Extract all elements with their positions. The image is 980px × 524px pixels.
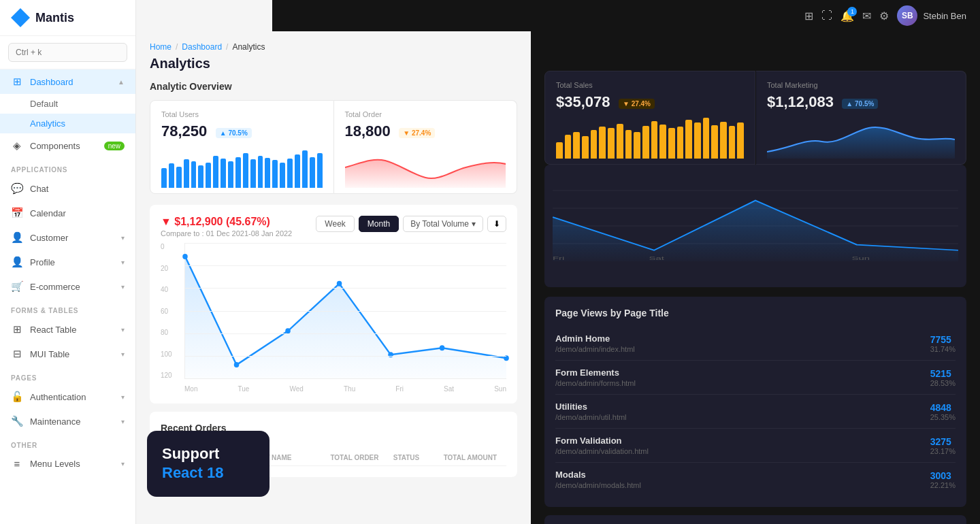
pv-url: /demo/admin/validation.html — [555, 447, 930, 455]
topbar: ⊞ ⛶ 🔔 1 ✉ ⚙ SB Stebin Ben — [272, 0, 980, 31]
pv-pct: 28.53% — [930, 379, 956, 387]
profile-icon: 👤 — [11, 256, 23, 268]
page-views-section: Page Views by Page Title Admin Home /dem… — [544, 297, 966, 507]
bar — [235, 157, 241, 188]
dark-panel: Total Sales $35,078 ▼ 27.4% — [531, 0, 980, 524]
svg-text:Sat: Sat — [649, 255, 665, 261]
bar — [617, 124, 623, 159]
sidebar-item-react-table[interactable]: ⊞ React Table ▾ — [0, 317, 135, 342]
sidebar-item-mui-table[interactable]: ⊟ MUI Table ▾ — [0, 342, 135, 366]
breadcrumb-home[interactable]: Home — [150, 42, 172, 52]
fullscreen-icon[interactable]: ⛶ — [821, 10, 832, 22]
support-popup[interactable]: Support React 18 — [147, 431, 270, 497]
bar — [272, 160, 278, 188]
pv-info: Utilities /demo/admin/util.html — [555, 402, 930, 421]
support-text: Support React 18 — [162, 444, 255, 483]
area-chart-svg — [345, 147, 506, 188]
download-btn[interactable]: ⬇ — [487, 216, 506, 232]
pv-pct: 31.74% — [930, 345, 956, 353]
breadcrumb-current: Analytics — [232, 42, 265, 52]
pv-info: Admin Home /demo/admin/index.html — [555, 333, 930, 353]
mail-icon[interactable]: ✉ — [862, 10, 871, 22]
month-btn[interactable]: Month — [359, 216, 399, 232]
card-label: Total Sales — [556, 81, 744, 89]
sidebar-logo[interactable]: Mantis — [0, 0, 135, 36]
pv-url: /demo/admin/modals.html — [555, 481, 930, 489]
ecommerce-icon: 🛒 — [11, 280, 23, 293]
bar — [280, 163, 285, 188]
sidebar-item-dashboard[interactable]: ⊞ Dashboard ▲ — [0, 69, 135, 94]
logo-text: Mantis — [35, 11, 74, 25]
section-label-applications: Applications — [0, 158, 135, 176]
bar — [737, 122, 744, 159]
pv-stats: 4848 25.35% — [930, 402, 956, 421]
bar — [302, 150, 308, 188]
bar — [295, 154, 300, 188]
sidebar-item-authentication[interactable]: 🔓 Authentication ▾ — [0, 384, 135, 409]
sidebar-item-customer[interactable]: 👤 Customer ▾ — [0, 225, 135, 250]
bar — [565, 135, 572, 159]
sidebar-item-menu-levels[interactable]: ≡ Menu Levels ▾ — [0, 452, 135, 476]
sidebar-item-chat[interactable]: 💬 Chat — [0, 176, 135, 201]
sidebar-item-label: E-commerce — [30, 282, 80, 292]
bar — [317, 153, 323, 188]
table-icon: ⊞ — [11, 323, 23, 335]
apps-icon[interactable]: ⊞ — [804, 10, 813, 22]
bar — [310, 157, 315, 188]
pv-stats: 3003 22.21% — [930, 470, 956, 489]
dashboard-icon: ⊞ — [11, 76, 23, 88]
sidebar-item-maintenance[interactable]: 🔧 Maintenance ▾ — [0, 409, 135, 433]
sidebar-item-default[interactable]: Default — [0, 94, 135, 114]
pv-info: Modals /demo/admin/modals.html — [555, 470, 930, 489]
chart-y-labels: 120 100 80 60 40 20 0 — [161, 243, 181, 379]
calendar-icon: 📅 — [11, 207, 23, 219]
card-value-row: 78,250 ▲ 70.5% — [161, 122, 323, 140]
sidebar-item-components[interactable]: ◈ Components new — [0, 133, 135, 158]
bar — [243, 153, 248, 188]
dark-income-chart: Fri Sat Sun — [544, 165, 966, 287]
bar — [213, 156, 218, 188]
notification-icon[interactable]: 🔔 1 — [840, 10, 854, 22]
income-info: ▼ $1,12,900 (45.67%) Compare to : 01 Dec… — [161, 216, 292, 238]
card-label: Total Marketing — [767, 81, 955, 89]
auth-icon: 🔓 — [11, 391, 23, 403]
income-controls: Week Month By Total Volume ▾ ⬇ — [316, 216, 506, 232]
dark-income-svg: Fri Sat Sun — [553, 173, 958, 261]
week-btn[interactable]: Week — [316, 216, 354, 232]
bar — [642, 126, 649, 159]
income-chart: 120 100 80 60 40 20 0 — [161, 243, 506, 393]
bar-chart-users — [161, 147, 323, 188]
breadcrumb-dashboard[interactable]: Dashboard — [182, 42, 222, 52]
volume-select[interactable]: By Total Volume ▾ — [403, 216, 483, 232]
chevron-down-icon: ▾ — [472, 219, 476, 229]
sidebar-item-label: Components — [30, 141, 80, 151]
card-total-marketing: Total Marketing $1,12,083 ▲ 70.5% — [755, 71, 966, 165]
col-total-order: TOTAL ORDER — [330, 454, 393, 461]
sidebar-item-label: Profile — [30, 257, 55, 267]
bar — [608, 128, 615, 159]
bar — [250, 159, 256, 188]
user-avatar[interactable]: SB Stebin Ben — [897, 5, 966, 26]
username-label: Stebin Ben — [923, 11, 966, 21]
bar — [668, 128, 675, 159]
sidebar-item-profile[interactable]: 👤 Profile ▾ — [0, 250, 135, 274]
card-total-sales: Total Sales $35,078 ▼ 27.4% — [544, 71, 755, 165]
bar — [711, 125, 718, 159]
bar-chart-sales — [556, 118, 744, 159]
bar — [651, 121, 658, 159]
chevron-down-icon2: ▾ — [121, 259, 125, 266]
card-value-row: $35,078 ▼ 27.4% — [556, 93, 744, 111]
sidebar-item-label: Chat — [30, 184, 48, 194]
card-value: 78,250 — [161, 122, 207, 140]
card-value: $35,078 — [556, 93, 610, 110]
sidebar-item-analytics[interactable]: Analytics — [0, 114, 135, 133]
bar — [220, 159, 226, 188]
income-compare: Compare to : 01 Dec 2021-08 Jan 2022 — [161, 229, 292, 238]
chevron-down-icon: ▾ — [121, 234, 125, 242]
sidebar-item-calendar[interactable]: 📅 Calendar — [0, 201, 135, 225]
settings-icon[interactable]: ⚙ — [879, 10, 889, 22]
bar — [634, 132, 640, 159]
sidebar-item-ecommerce[interactable]: 🛒 E-commerce ▾ — [0, 274, 135, 299]
search-input[interactable] — [8, 43, 127, 62]
bar — [228, 161, 233, 188]
